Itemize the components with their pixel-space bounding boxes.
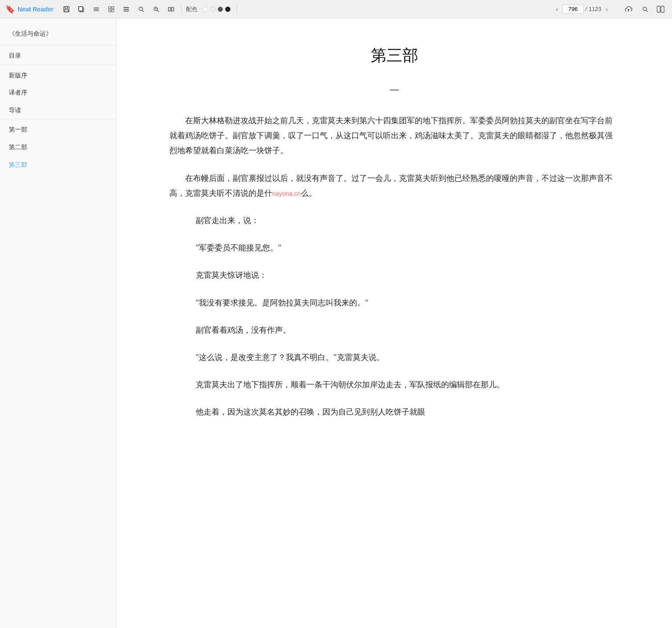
copy-icon[interactable] <box>76 4 87 14</box>
paragraph-2: 在布幔后面，副官禀报过以后，就没有声音了。过了一会儿，克雷莫夫听到他已经熟悉的嗄… <box>169 171 619 201</box>
color-light[interactable] <box>210 7 215 12</box>
svg-rect-2 <box>65 10 68 12</box>
app-brand: 🔖 Neat Reader <box>5 4 54 14</box>
svg-rect-25 <box>657 6 660 12</box>
svg-rect-9 <box>109 7 111 9</box>
sidebar-item-new-preface[interactable]: 新版序 <box>0 67 116 84</box>
sidebar: 《生活与命运》 目录 新版序 译者序 导读 第一部 第二部 第三部 <box>0 18 117 628</box>
toolbar-divider-1 <box>181 5 182 14</box>
chapter-title: 第三部 <box>169 45 619 66</box>
layout-icon[interactable] <box>654 4 667 14</box>
prev-page-button[interactable]: ‹ <box>553 5 561 14</box>
svg-rect-26 <box>661 6 664 12</box>
watermark: nayona.cn <box>272 190 301 197</box>
color-scheme-selector <box>203 7 230 12</box>
color-white[interactable] <box>203 7 208 12</box>
svg-line-19 <box>157 10 159 12</box>
color-black[interactable] <box>225 7 230 12</box>
sidebar-item-part2[interactable]: 第二部 <box>0 139 116 156</box>
content-area: 第三部 一 在斯大林格勒进攻战开始之前几天，克雷莫夫来到第六十四集团军的地下指挥… <box>117 18 672 628</box>
cloud-icon[interactable] <box>623 4 636 14</box>
save-icon[interactable] <box>61 4 72 14</box>
sidebar-divider-1 <box>0 45 116 45</box>
app-title: Neat Reader <box>18 6 54 13</box>
sidebar-item-toc[interactable]: 目录 <box>0 47 116 65</box>
section-marker: 一 <box>169 84 619 97</box>
next-page-button[interactable]: › <box>603 5 610 14</box>
paragraph-5: 克雷莫夫惊讶地说： <box>169 268 619 283</box>
menu-lines-icon[interactable] <box>91 4 102 14</box>
paragraph-1: 在斯大林格勒进攻战开始之前几天，克雷莫夫来到第六十四集团军的地下指挥所。军委委员… <box>169 113 619 158</box>
svg-point-23 <box>643 7 646 11</box>
fit-icon[interactable] <box>165 4 177 14</box>
svg-rect-21 <box>168 7 171 11</box>
svg-line-24 <box>646 10 648 12</box>
sidebar-item-part1[interactable]: 第一部 <box>0 121 116 139</box>
svg-rect-6 <box>94 7 99 8</box>
svg-rect-8 <box>94 10 99 11</box>
svg-line-17 <box>142 10 144 12</box>
paragraph-8: "这么说，是改变主意了？我真不明白。"克雷莫夫说。 <box>169 350 619 365</box>
sidebar-divider-2 <box>0 65 116 65</box>
color-dark[interactable] <box>218 7 223 12</box>
search-small-icon[interactable] <box>135 4 147 14</box>
svg-rect-1 <box>65 7 68 8</box>
svg-rect-10 <box>112 7 114 9</box>
svg-rect-7 <box>94 9 99 10</box>
grid-view-icon[interactable] <box>106 4 117 14</box>
zoom-out-icon[interactable] <box>150 4 162 14</box>
main-layout: 《生活与命运》 目录 新版序 译者序 导读 第一部 第二部 第三部 第三部 一 … <box>0 18 672 628</box>
sidebar-item-part3[interactable]: 第三部 <box>0 156 116 174</box>
current-page-input[interactable] <box>562 4 584 14</box>
svg-rect-13 <box>124 7 129 8</box>
paragraph-7: 副官看着鸡汤，没有作声。 <box>169 323 619 338</box>
color-label: 配色 <box>186 5 197 13</box>
paragraph-3: 副官走出来，说： <box>169 213 619 228</box>
total-pages: 1123 <box>588 6 601 12</box>
sidebar-item-translator-preface[interactable]: 译者序 <box>0 84 116 102</box>
svg-rect-14 <box>124 9 129 10</box>
toolbar-right-actions <box>623 4 667 14</box>
toolbar-divider-2 <box>237 5 237 14</box>
svg-rect-4 <box>79 7 83 11</box>
sidebar-item-guide[interactable]: 导读 <box>0 102 116 119</box>
svg-rect-15 <box>124 11 129 11</box>
paragraph-10: 他走着，因为这次莫名其妙的召唤，因为自己见到别人吃饼子就眼 <box>169 404 619 419</box>
search-icon[interactable] <box>639 4 651 14</box>
page-separator: / <box>585 6 587 12</box>
sidebar-book-title: 《生活与命运》 <box>0 26 116 45</box>
svg-point-16 <box>139 7 142 11</box>
paragraph-4: "军委委员不能接见您。" <box>169 240 619 255</box>
svg-rect-12 <box>112 10 114 12</box>
paragraph-6: "我没有要求接见。是阿勃拉莫夫同志叫我来的。" <box>169 295 619 310</box>
svg-rect-22 <box>172 7 174 11</box>
toolbar: 🔖 Neat Reader <box>0 0 672 18</box>
app-icon: 🔖 <box>5 4 15 14</box>
sidebar-divider-3 <box>0 119 116 119</box>
page-navigation: ‹ / 1123 › <box>553 4 610 14</box>
svg-rect-11 <box>109 10 111 12</box>
list-view-icon[interactable] <box>121 4 132 14</box>
paragraph-9: 克雷莫夫出了地下指挥所，顺着一条干沟朝伏尔加岸边走去，军队报纸的编辑部在那儿。 <box>169 377 619 392</box>
